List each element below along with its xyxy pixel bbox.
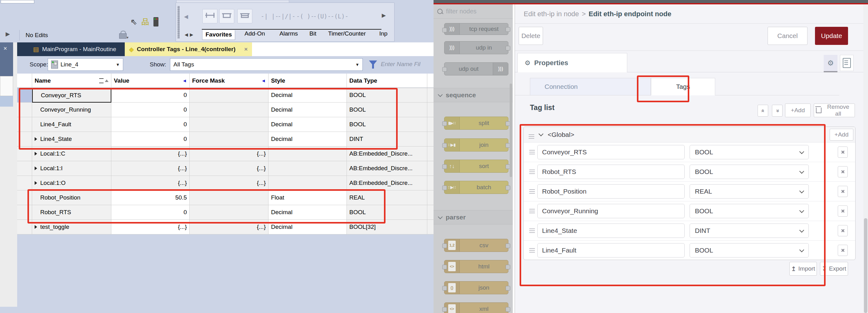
- force-mask-cell[interactable]: {...}: [190, 147, 269, 161]
- row-selector-cell[interactable]: [17, 190, 32, 205]
- row-selector-cell[interactable]: [17, 102, 32, 117]
- tag-type-select[interactable]: BOOL: [690, 204, 809, 218]
- scroll-right-icon[interactable]: ▶: [382, 12, 386, 19]
- tag-value-cell[interactable]: 0: [111, 132, 190, 147]
- data-type-cell[interactable]: BOOL[32]: [347, 220, 427, 234]
- instruction-tab-favorites[interactable]: Favorites: [202, 30, 235, 40]
- palette-section-sequence[interactable]: sequence: [434, 88, 514, 102]
- style-cell[interactable]: Decimal: [269, 220, 347, 234]
- xic-instruction-icon[interactable]: -| |-: [261, 13, 279, 20]
- tag-type-select[interactable]: BOOL: [690, 243, 809, 257]
- node-output-port[interactable]: [505, 286, 510, 290]
- data-type-cell[interactable]: BOOL: [347, 102, 427, 117]
- update-button[interactable]: Update: [815, 27, 848, 45]
- drag-handle-icon[interactable]: [529, 209, 535, 210]
- data-type-cell[interactable]: BOOL: [347, 205, 427, 220]
- close-panel-icon[interactable]: ×: [3, 45, 7, 52]
- node-input-port[interactable]: [442, 164, 447, 169]
- tray-scrollbar-thumb[interactable]: [864, 218, 867, 313]
- force-mask-cell[interactable]: [190, 132, 269, 147]
- node-input-port[interactable]: [442, 143, 447, 148]
- expand-icon[interactable]: [35, 152, 37, 156]
- remove-tag-button[interactable]: [838, 166, 848, 177]
- delete-button[interactable]: Delete: [519, 27, 543, 45]
- tag-name-input[interactable]: [537, 243, 685, 257]
- properties-tab[interactable]: ⚙ Properties: [518, 53, 627, 72]
- tag-value-cell[interactable]: 0: [111, 205, 190, 220]
- scope-dropdown[interactable]: Line_4 ▼: [48, 58, 123, 71]
- tag-type-select[interactable]: BOOL: [690, 165, 809, 179]
- tag-type-select[interactable]: DINT: [690, 223, 809, 238]
- tag-value-cell[interactable]: 0: [111, 117, 190, 132]
- data-type-cell[interactable]: AB:Embedded_Discre...: [347, 176, 427, 190]
- tab-controller-tags[interactable]: ◆ Controller Tags - Line_4(controller) ×: [125, 42, 252, 56]
- expand-icon[interactable]: [35, 137, 37, 141]
- node-input-port[interactable]: [442, 286, 447, 290]
- tag-name-cell[interactable]: Local:1:I: [32, 161, 111, 176]
- table-row[interactable]: Line4_Fault 0 Decimal BOOL: [17, 117, 434, 132]
- force-mask-cell[interactable]: {...}: [190, 176, 269, 190]
- table-row[interactable]: Local:1:C {...} {...} AB:Embedded_Discre…: [17, 147, 434, 161]
- node-output-port[interactable]: [505, 307, 510, 312]
- group-add-tag-button[interactable]: +Add: [830, 129, 853, 140]
- table-row[interactable]: Conveyor_RTS 0 Decimal BOOL: [17, 88, 434, 102]
- drag-handle-icon[interactable]: [529, 169, 535, 170]
- branch-level-button[interactable]: [237, 9, 252, 23]
- node-input-port[interactable]: [442, 67, 447, 72]
- remove-tag-button[interactable]: [838, 206, 848, 217]
- node-output-port[interactable]: [505, 186, 510, 190]
- node-input-port[interactable]: [442, 265, 447, 269]
- table-row[interactable]: Local:1:I {...} {...} AB:Embedded_Discre…: [17, 161, 434, 176]
- close-tab-icon[interactable]: ×: [244, 46, 248, 53]
- tag-value-cell[interactable]: 50.5: [111, 190, 190, 205]
- new-rung-button[interactable]: [203, 9, 217, 23]
- remove-tag-button[interactable]: [838, 186, 848, 197]
- tag-name-cell[interactable]: Conveyor_Running: [32, 102, 111, 117]
- column-header-forcemask[interactable]: Force Mask◄: [190, 73, 269, 88]
- palette-scrollbar[interactable]: [509, 84, 512, 177]
- style-cell[interactable]: Decimal: [269, 132, 347, 147]
- palette-node-join[interactable]: ∷▶▮ join: [444, 138, 508, 152]
- expand-all-button[interactable]: «: [772, 105, 782, 117]
- data-type-cell[interactable]: AB:Embedded_Discre...: [347, 161, 427, 176]
- palette-node-batch[interactable]: ∷▶∷ batch: [444, 181, 508, 194]
- instruction-tab-timercounter[interactable]: Timer/Counter: [328, 30, 366, 37]
- otu-instruction-icon[interactable]: -(U)-: [313, 13, 331, 20]
- palette-filter-input[interactable]: [445, 7, 514, 15]
- data-type-cell[interactable]: BOOL: [347, 88, 427, 102]
- force-mask-cell[interactable]: [190, 102, 269, 117]
- tag-group-header[interactable]: <Global> +Add: [524, 127, 855, 143]
- select-pointer-icon[interactable]: ⇖: [130, 17, 137, 27]
- data-type-cell[interactable]: DINT: [347, 132, 427, 147]
- force-mask-cell[interactable]: [190, 205, 269, 220]
- row-selector-cell[interactable]: [17, 220, 32, 234]
- column-header-datatype[interactable]: Data Type: [347, 73, 427, 88]
- expand-icon[interactable]: [35, 225, 37, 229]
- style-cell[interactable]: [269, 161, 347, 176]
- style-cell[interactable]: Decimal: [269, 102, 347, 117]
- table-row[interactable]: Conveyor_Running 0 Decimal BOOL: [17, 102, 434, 117]
- row-selector-cell[interactable]: [17, 205, 32, 220]
- node-input-port[interactable]: [442, 28, 447, 32]
- remove-tag-button[interactable]: [838, 225, 848, 236]
- controller-status-icon[interactable]: [153, 17, 158, 27]
- node-description-button[interactable]: [840, 55, 854, 71]
- data-type-cell[interactable]: REAL: [347, 190, 427, 205]
- tag-name-cell[interactable]: Robot_Position: [32, 190, 111, 205]
- table-row[interactable]: test_toggle {...} {...} Decimal BOOL[32]: [17, 220, 434, 234]
- palette-node-html[interactable]: <> html: [444, 260, 508, 273]
- tag-value-cell[interactable]: {...}: [111, 176, 190, 190]
- table-row[interactable]: Robot_RTS 0 Decimal BOOL: [17, 205, 434, 220]
- filter-funnel-icon[interactable]: [369, 61, 377, 65]
- node-output-port[interactable]: [505, 46, 510, 51]
- row-selector-cell[interactable]: [17, 117, 32, 132]
- row-selector-cell[interactable]: [17, 147, 32, 161]
- tag-value-cell[interactable]: 0: [111, 102, 190, 117]
- row-selector-cell[interactable]: [17, 161, 32, 176]
- palette-search[interactable]: [434, 4, 514, 19]
- export-button[interactable]: ↧Export: [820, 262, 848, 276]
- instruction-tab-bit[interactable]: Bit: [309, 30, 316, 37]
- row-selector-cell[interactable]: [17, 176, 32, 190]
- tag-name-input[interactable]: [537, 145, 685, 159]
- palette-node-split[interactable]: ▮▶∷ split: [444, 117, 508, 130]
